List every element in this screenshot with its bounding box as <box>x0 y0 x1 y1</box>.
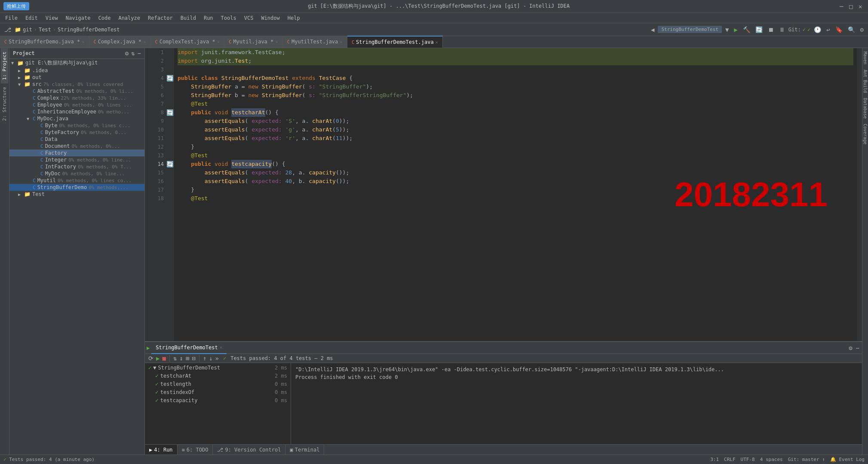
tab-ComplexTest-java[interactable]: CComplexTest.java *✕ <box>151 36 225 48</box>
tree-item-idea[interactable]: ▶ 📁 .idea <box>9 67 144 74</box>
tree-item-test[interactable]: ▶ 📁 Test <box>9 191 144 198</box>
tab-StringBufferDemo-java[interactable]: CStringBufferDemo.java *✕ <box>0 36 89 48</box>
test-item-1[interactable]: ✓ testlength 0 ms <box>145 380 291 388</box>
project-icon-collapse[interactable]: − <box>138 50 141 57</box>
right-panel-coverage[interactable]: Coverage <box>863 122 868 146</box>
tree-item-bytefactory[interactable]: C ByteFactory 0% methods, 0... <box>9 129 144 136</box>
pause-icon[interactable]: ⏸ <box>777 25 787 34</box>
tree-item-intfactory[interactable]: C IntFactory 0% methods, 0% T... <box>9 163 144 170</box>
footer-tab-run[interactable]: ▶ 4: Run <box>145 445 178 455</box>
tree-item-abstracttest[interactable]: C AbstractTest 0% methods, 0% li... <box>9 88 144 95</box>
test-item-0[interactable]: ✓ testcharAt 2 ms <box>145 372 291 380</box>
status-position[interactable]: 3:1 <box>710 457 719 462</box>
search2-icon[interactable]: 🔍 <box>846 25 857 34</box>
project-icon-settings[interactable]: ⚙ <box>125 50 129 57</box>
tree-item-byte[interactable]: C Byte 0% methods, 0% lines c... <box>9 122 144 129</box>
menu-item-file[interactable]: File <box>2 14 21 22</box>
test-item-3[interactable]: ✓ testcapacity 0 ms <box>145 396 291 404</box>
menu-item-refactor[interactable]: Refactor <box>144 14 176 22</box>
tab-close-0[interactable]: ✕ <box>82 39 85 45</box>
menu-item-tools[interactable]: Tools <box>218 14 240 22</box>
menu-item-build[interactable]: Build <box>177 14 199 22</box>
tree-item-mydocclass[interactable]: C MyDoc 0% methods, 0% line... <box>9 170 144 177</box>
status-eventlog[interactable]: 🔔 Event Log <box>830 457 865 462</box>
tree-item-employee[interactable]: C Employee 0% methods, 0% lines ... <box>9 101 144 108</box>
run-tab-close[interactable]: ✕ <box>220 345 223 350</box>
run-icon[interactable]: ▶ <box>732 25 739 34</box>
tree-item-data[interactable]: C Data <box>9 136 144 143</box>
breadcrumb-test[interactable]: Test <box>39 27 51 33</box>
stop-icon[interactable]: ⏹ <box>766 25 776 34</box>
breadcrumb-git[interactable]: git <box>23 27 32 33</box>
menu-item-code[interactable]: Code <box>95 14 114 22</box>
git-rollback-icon[interactable]: ↩ <box>825 25 831 34</box>
tree-item-inheritance[interactable]: C InheritanceEmployee 0% metho... <box>9 108 144 115</box>
close-button[interactable]: ✕ <box>859 3 865 9</box>
upload-button[interactable]: 抢鲜上传 <box>3 2 29 10</box>
sort-btn[interactable]: ↕ <box>179 355 183 362</box>
tab-StringBufferDemoTest-java[interactable]: CStringBufferDemoTest.java✕ <box>347 36 443 48</box>
expand-btn[interactable]: ⊞ <box>186 355 189 362</box>
project-icon-expand[interactable]: ⇅ <box>131 50 135 57</box>
rerun-btn[interactable]: ⟳ <box>148 355 153 362</box>
git-check1[interactable]: ✓ <box>803 27 806 33</box>
menu-item-navigate[interactable]: Navigate <box>62 14 94 22</box>
menu-item-vcs[interactable]: VCS <box>241 14 257 22</box>
run-tab[interactable]: StringBufferDemoTest ✕ <box>151 342 227 354</box>
tree-item-myutil[interactable]: C Myutil 0% methods, 0% lines co... <box>9 177 144 184</box>
gutter-icon-4[interactable]: 🔄 <box>166 74 174 82</box>
tree-item-src[interactable]: ▼ 📁 src 7% classes, 8% lines covered <box>9 81 144 88</box>
tree-item-document[interactable]: C Document 0% methods, 0%... <box>9 143 144 150</box>
breadcrumb-file[interactable]: StringBufferDemoTest <box>58 27 120 33</box>
git-check2[interactable]: ✓ <box>807 27 810 33</box>
menu-item-analyze[interactable]: Analyze <box>115 14 144 22</box>
tree-item-factory[interactable]: C Factory <box>9 150 144 156</box>
tree-item-mydoc[interactable]: ▼ C MyDoc.java <box>9 115 144 122</box>
status-spaces[interactable]: 4 spaces <box>760 457 783 462</box>
vert-tab-structure[interactable]: 2: Structure <box>1 83 8 124</box>
tab-MyutilTest-java[interactable]: CMyutilTest.java✕ <box>283 36 347 48</box>
menu-item-help[interactable]: Help <box>284 14 304 22</box>
stop-btn[interactable]: ■ <box>162 355 166 362</box>
dropdown-icon[interactable]: ▼ <box>724 25 730 34</box>
bookmark-icon[interactable]: 🔖 <box>834 25 844 34</box>
right-panel-database[interactable]: Database <box>863 96 868 120</box>
git-history-icon[interactable]: 🕐 <box>812 25 823 34</box>
tree-item-integer[interactable]: C Integer 0% methods, 0% line... <box>9 156 144 163</box>
footer-tab-vcs[interactable]: ⎇ 9: Version Control <box>213 445 285 455</box>
code-editor-content[interactable]: import junit.framework.TestCase; import … <box>174 48 857 341</box>
collapse-btn[interactable]: ⊟ <box>192 355 195 362</box>
tab-close-3[interactable]: ✕ <box>275 39 278 45</box>
menu-item-view[interactable]: View <box>42 14 61 22</box>
tree-root[interactable]: ▼ 📁 git E:\数据结构与java\git <box>9 59 144 67</box>
tab-close-5[interactable]: ✕ <box>436 40 439 45</box>
prev-btn[interactable]: ↑ <box>203 355 206 362</box>
vert-tab-project[interactable]: 1: Project <box>1 48 8 83</box>
next-btn[interactable]: ↓ <box>209 355 212 362</box>
bottom-minimize-icon[interactable]: − <box>855 344 860 352</box>
status-encoding[interactable]: UTF-8 <box>741 457 755 462</box>
footer-tab-todo[interactable]: ≡ 6: TODO <box>178 445 213 455</box>
tree-item-stringbufferdemo[interactable]: C StringBufferDemo 0% methods,... <box>9 184 144 191</box>
right-panel-maven[interactable]: Maven <box>863 50 868 66</box>
minimize-button[interactable]: ─ <box>840 3 846 9</box>
maximize-button[interactable]: □ <box>849 3 855 9</box>
gutter-icon-14[interactable]: 🔄 <box>166 160 174 168</box>
menu-item-window[interactable]: Window <box>258 14 283 22</box>
test-suite-item[interactable]: ✓ ▼ StringBufferDemoTest 2 ms <box>145 364 291 372</box>
tab-close-2[interactable]: ✕ <box>217 39 220 45</box>
reload-icon[interactable]: 🔄 <box>754 25 764 34</box>
tab-close-1[interactable]: ✕ <box>143 39 146 45</box>
bottom-settings-icon[interactable]: ⚙ <box>848 344 853 352</box>
right-panel-ant[interactable]: Ant Build <box>863 68 868 95</box>
status-crlf[interactable]: CRLF <box>724 457 736 462</box>
build-icon[interactable]: 🔨 <box>741 25 752 34</box>
settings-icon[interactable]: ⚙ <box>859 25 865 34</box>
test-item-2[interactable]: ✓ testindexOf 0 ms <box>145 388 291 396</box>
more-btn[interactable]: » <box>215 355 219 362</box>
status-git[interactable]: Git: master ↑ <box>788 457 825 462</box>
tab-Complex-java[interactable]: CComplex.java *✕ <box>89 36 151 48</box>
run-play-btn[interactable]: ▶ <box>156 355 159 362</box>
menu-item-run[interactable]: Run <box>200 14 217 22</box>
tree-item-out[interactable]: ▶ 📁 out <box>9 74 144 81</box>
